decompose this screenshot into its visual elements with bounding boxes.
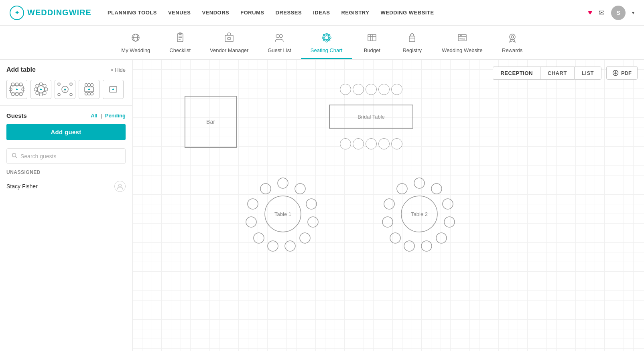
table1-wrapper[interactable]: Table 1: [245, 176, 321, 253]
chevron-left-icon: «: [111, 67, 114, 73]
svg-point-16: [329, 37, 331, 38]
nav-ideas[interactable]: IDEAS: [313, 10, 330, 16]
nav-venues[interactable]: VENUES: [168, 10, 191, 16]
chevron-down-icon[interactable]: ▾: [632, 10, 634, 16]
svg-point-91: [246, 217, 256, 227]
search-input[interactable]: [20, 153, 120, 159]
svg-point-46: [39, 83, 43, 86]
svg-point-76: [12, 153, 16, 157]
svg-point-52: [36, 91, 39, 95]
tab-registry-label: Registry: [402, 47, 422, 53]
svg-text:Table 2: Table 2: [411, 211, 428, 217]
logo[interactable]: ✦ WEDDINGWIRE: [10, 6, 91, 20]
svg-point-100: [436, 233, 447, 243]
bridal-table-wrapper[interactable]: Bridal Table: [329, 84, 413, 149]
svg-point-17: [323, 34, 325, 36]
nav-vendors[interactable]: VENDORS: [202, 10, 229, 16]
svg-point-67: [91, 84, 93, 87]
nav-planning-tools[interactable]: PLANNING TOOLS: [108, 10, 157, 16]
svg-point-89: [268, 241, 278, 251]
svg-point-47: [39, 93, 43, 96]
chart-button[interactable]: CHART: [540, 67, 574, 80]
svg-point-105: [384, 199, 394, 209]
sidebar-header: Add table « Hide: [0, 60, 132, 77]
reception-button[interactable]: RECEPTION: [493, 67, 540, 80]
tab-my-wedding[interactable]: My Wedding: [112, 29, 160, 59]
filter-pending[interactable]: Pending: [105, 113, 126, 119]
svg-point-96: [414, 178, 425, 188]
chair: [391, 84, 402, 95]
chair: [366, 84, 377, 95]
tab-wedding-website[interactable]: WWW Wedding Website: [432, 29, 492, 59]
add-rect-table-button[interactable]: [79, 80, 100, 99]
search-box[interactable]: [6, 148, 126, 164]
list-button[interactable]: LIST: [574, 67, 601, 80]
svg-point-65: [85, 84, 88, 87]
svg-text:Table 1: Table 1: [274, 211, 291, 217]
svg-line-77: [16, 157, 17, 158]
tab-checklist-label: Checklist: [169, 47, 191, 53]
bar-table[interactable]: Bar: [185, 96, 237, 148]
list-item[interactable]: Stacy Fisher: [0, 177, 132, 196]
svg-point-87: [300, 233, 310, 243]
heart-icon[interactable]: ♥: [588, 8, 592, 17]
svg-point-70: [91, 93, 93, 95]
add-guest-button[interactable]: Add guest: [6, 124, 126, 140]
budget-icon: [366, 32, 378, 45]
table2-wrapper[interactable]: Table 2: [381, 176, 457, 253]
svg-point-69: [88, 93, 91, 95]
tab-vendor-manager[interactable]: Vendor Manager: [200, 29, 258, 59]
pdf-label: PDF: [621, 70, 632, 76]
svg-point-86: [308, 217, 318, 227]
guests-header: Guests All | Pending: [6, 112, 126, 119]
mail-icon[interactable]: ✉: [599, 8, 605, 17]
main-content: Add table « Hide: [0, 60, 644, 351]
svg-point-14: [326, 40, 327, 42]
add-round-small-button[interactable]: [6, 80, 27, 99]
chair: [378, 84, 390, 95]
nav-links: PLANNING TOOLS VENUES VENDORS FORUMS DRE…: [108, 10, 588, 16]
svg-point-66: [88, 84, 91, 87]
svg-point-11: [279, 34, 282, 38]
avatar[interactable]: S: [611, 6, 626, 20]
guest-avatar-icon: [114, 181, 126, 192]
logo-circle: ✦: [10, 6, 24, 20]
nav-wedding-website[interactable]: WEDDING WEBSITE: [380, 10, 434, 16]
nav-forums[interactable]: FORUMS: [240, 10, 264, 16]
add-round-large-button[interactable]: ⚙: [55, 80, 75, 99]
hide-button[interactable]: « Hide: [111, 67, 126, 73]
add-table-title: Add table: [6, 66, 36, 73]
tab-rewards[interactable]: Rewards: [492, 29, 532, 59]
filter-all[interactable]: All: [91, 113, 98, 119]
registry-icon: [406, 32, 418, 45]
tab-registry[interactable]: Registry: [392, 29, 432, 59]
seating-canvas: Bar Bridal Table: [132, 60, 644, 351]
svg-point-12: [325, 36, 329, 40]
add-round-medium-button[interactable]: [30, 80, 51, 99]
svg-point-19: [323, 40, 325, 41]
bridal-table[interactable]: Bridal Table: [329, 105, 413, 129]
tab-guest-list[interactable]: Guest List: [258, 29, 301, 59]
svg-rect-8: [225, 35, 233, 42]
nav-registry[interactable]: REGISTRY: [341, 10, 369, 16]
tab-rewards-label: Rewards: [502, 47, 522, 53]
guests-section: Guests All | Pending Add guest: [0, 106, 132, 143]
pdf-button[interactable]: PDF: [606, 66, 638, 80]
tab-budget[interactable]: Budget: [352, 29, 392, 59]
table1-svg: Table 1: [245, 176, 321, 252]
rewards-icon: [507, 32, 518, 45]
svg-rect-21: [368, 34, 376, 41]
svg-point-98: [443, 199, 453, 209]
top-nav: ✦ WEDDINGWIRE PLANNING TOOLS VENUES VEND…: [0, 0, 644, 26]
tab-budget-label: Budget: [364, 47, 380, 53]
add-single-table-button[interactable]: [103, 80, 124, 99]
vendor-manager-icon: [223, 32, 235, 45]
search-icon: [12, 153, 17, 159]
chair: [340, 84, 351, 95]
tab-checklist[interactable]: Checklist: [160, 29, 200, 59]
tab-wedding-website-label: Wedding Website: [442, 47, 482, 53]
svg-point-92: [248, 199, 258, 209]
nav-dresses[interactable]: DRESSES: [276, 10, 302, 16]
tab-seating-chart[interactable]: Seating Chart: [301, 29, 352, 59]
svg-point-88: [285, 241, 295, 251]
